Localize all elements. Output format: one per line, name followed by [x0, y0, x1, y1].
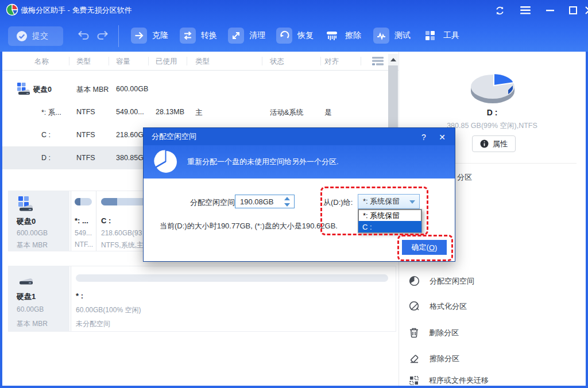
- scrollbar-up-button[interactable]: [388, 54, 398, 65]
- window-border-bottom: [0, 386, 588, 388]
- table-row-disk0[interactable]: 硬盘0 基本 MBR 600.00GB: [2, 77, 387, 100]
- combobox-dropdown-list: *: 系统保留 C :: [358, 209, 422, 233]
- table-header: 名称 类型 容量 已使用 类型 状态 对齐: [2, 53, 399, 71]
- titlebar: 傲梅分区助手 - 免费无损分区软件 提交 克: [0, 0, 588, 52]
- dialog-titlebar: 分配空闲空间: [144, 128, 455, 145]
- close-button[interactable]: [582, 3, 588, 17]
- row-name: *: 系...: [41, 108, 61, 118]
- dialog-close-button[interactable]: ✕: [436, 131, 448, 143]
- ok-label: 确定(: [412, 242, 429, 253]
- maximize-button[interactable]: [566, 3, 580, 17]
- list-view-icon[interactable]: [372, 56, 384, 68]
- menu-item-allocate-free-space[interactable]: 分配空闲空间: [409, 276, 474, 286]
- menu-label: 擦除分区: [430, 354, 459, 364]
- col-used[interactable]: 已使用: [156, 57, 177, 67]
- tools-icon: [422, 28, 438, 44]
- drive-label: D :: [399, 108, 585, 117]
- disk1-partition-unallocated[interactable]: * : 60.00GB(100% 空闲) 未分配空间: [71, 266, 396, 331]
- row-used: 28.13MB: [156, 108, 184, 116]
- disk1-icon: [17, 273, 34, 288]
- drive-pie-chart: [467, 68, 519, 107]
- toolbar-label: 克隆: [152, 30, 168, 41]
- toolbar-item-convert[interactable]: 转换: [180, 28, 217, 44]
- allocate-space-icon: [409, 276, 420, 286]
- partition-size: 60.00GB(100% 空闲): [76, 305, 141, 315]
- col-capacity[interactable]: 容量: [116, 57, 130, 67]
- toolbar-label: 转换: [201, 30, 217, 41]
- disk0-size: 600.00GB: [17, 229, 48, 237]
- toolbar-label: 测试: [394, 30, 411, 41]
- col-type[interactable]: 类型: [195, 57, 210, 67]
- minimize-button[interactable]: [543, 3, 557, 17]
- submit-button[interactable]: 提交: [8, 26, 63, 46]
- partition-bar-used: [101, 198, 117, 205]
- refresh-icon[interactable]: [493, 3, 506, 17]
- toolbar-item-test[interactable]: 测试: [373, 28, 411, 44]
- partition-size: 218.60GB(93: [101, 229, 142, 237]
- col-fs[interactable]: 类型: [76, 57, 91, 67]
- dropdown-option-system[interactable]: *: 系统保留: [358, 209, 421, 221]
- dialog-title: 分配空闲空间: [152, 131, 196, 142]
- row-fs: 基本 MBR: [76, 85, 109, 95]
- toolbar-item-tools[interactable]: 工具: [422, 28, 459, 44]
- menu-label: 删除分区: [429, 328, 459, 338]
- menu-item-migrate-apps[interactable]: 程序或文件夹迁移: [409, 375, 489, 386]
- combobox-value: *: 系统保留: [363, 196, 400, 207]
- toolbar-item-recover[interactable]: 恢复: [276, 28, 314, 44]
- row-type: 主: [195, 108, 203, 118]
- row-name: C :: [41, 131, 51, 139]
- row-capacity: 600.00GB: [116, 85, 148, 93]
- partition-bar-used: [75, 198, 80, 205]
- toolbar-label: 清理: [249, 30, 265, 41]
- format-partition-icon: [409, 301, 420, 312]
- col-aligned[interactable]: 对齐: [324, 57, 339, 67]
- toolbar-label: 擦除: [345, 30, 361, 41]
- partition-label: *: ...: [75, 216, 88, 225]
- redo-icon[interactable]: [95, 30, 109, 42]
- ok-label: ): [435, 243, 437, 252]
- properties-label: 属性: [493, 139, 508, 149]
- size-label: 分配空闲空间:: [190, 197, 237, 208]
- col-name[interactable]: 名称: [34, 57, 49, 67]
- menu-icon[interactable]: [519, 3, 532, 17]
- wipe-partition-icon: [409, 353, 420, 364]
- disk1-size: 60.00GB: [17, 305, 44, 313]
- chevron-down-icon: [409, 200, 415, 204]
- dropdown-option-c[interactable]: C :: [358, 221, 421, 232]
- dialog-help-button[interactable]: ?: [418, 131, 430, 143]
- disk0-card[interactable]: 硬盘0 600.00GB 基本 MBR: [9, 191, 69, 251]
- spinner-control[interactable]: [284, 197, 290, 207]
- app-logo-icon: [6, 3, 18, 18]
- dialog-description-band: 重新分配一个盘的未使用空间给另外一个分区.: [144, 145, 455, 179]
- clipped-menu-item[interactable]: 分区: [457, 172, 472, 183]
- toolbar-item-clone[interactable]: 克隆: [131, 28, 168, 44]
- disk0-scheme: 基本 MBR: [17, 240, 48, 250]
- recover-icon: [276, 28, 292, 44]
- toolbar-label: 恢复: [297, 30, 314, 41]
- allocate-free-space-dialog: 分配空闲空间 ? ✕ 重新分配一个盘的未使用空间给另外一个分区. 分配空闲空间:…: [143, 127, 455, 262]
- row-capacity: 218.60G: [116, 131, 144, 139]
- menu-item-format-partition[interactable]: 格式化分区: [409, 301, 467, 312]
- partition-fs: NTFS,系统,主: [101, 240, 144, 250]
- disk0-partition-system[interactable]: *: ... 549... NTF...: [71, 191, 96, 251]
- partition-size: 549...: [75, 229, 92, 237]
- app-window: { "titlebar": { "title": "傲梅分区助手 - 免费无损分…: [0, 0, 588, 388]
- partition-label: * :: [76, 292, 83, 300]
- disk1-card[interactable]: 硬盘1 60.00GB 基本 MBR: [9, 266, 69, 331]
- row-aligned: 是: [324, 108, 332, 118]
- info-icon: [480, 139, 489, 148]
- col-status[interactable]: 状态: [270, 57, 284, 67]
- menu-item-wipe-partition[interactable]: 擦除分区: [409, 353, 459, 364]
- properties-button[interactable]: 属性: [472, 135, 516, 152]
- undo-icon[interactable]: [77, 30, 91, 42]
- window-border-right: [586, 52, 588, 388]
- toolbar-item-wipe[interactable]: 擦除: [324, 28, 361, 44]
- menu-item-delete-partition[interactable]: 删除分区: [409, 327, 459, 338]
- disk1-name: 硬盘1: [17, 292, 36, 302]
- table-row-system[interactable]: *: 系... NTFS 549.00... 28.13MB 主 活动&系统 是: [2, 100, 387, 123]
- row-name: 硬盘0: [33, 85, 52, 95]
- target-partition-combobox[interactable]: *: 系统保留: [358, 194, 420, 209]
- toolbar-item-cleanup[interactable]: 清理: [228, 28, 265, 44]
- ok-button[interactable]: 确定(O): [402, 240, 447, 255]
- disk-icon: [16, 82, 31, 98]
